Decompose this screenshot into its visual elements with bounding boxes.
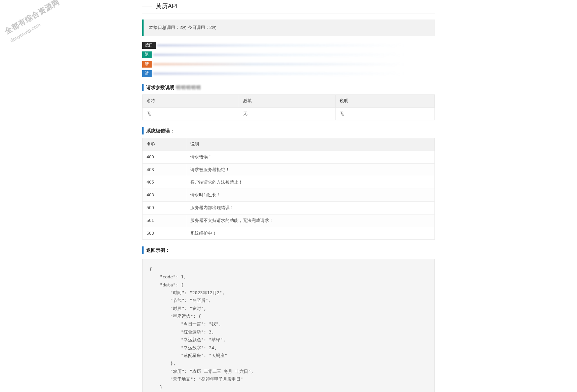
table-cell: 无 <box>335 107 434 120</box>
table-header-row: 名称 说明 <box>143 138 435 151</box>
info-bar-endpoint: 接口 <box>142 42 435 49</box>
table-cell: 无 <box>143 107 239 120</box>
table-cell: 请求被服务器拒绝！ <box>186 163 435 176</box>
page-container: 黄历API 本接口总调用：2次 今日调用：2次 接口 返 请 请 请求参数说明明… <box>142 0 435 392</box>
table-row: 408请求时间过长！ <box>143 189 435 202</box>
watermark: 全都有综合资源网 douyouvip.com <box>2 0 66 45</box>
params-heading-text: 请求参数说明 <box>146 85 175 90</box>
response-heading: 返回示例： <box>142 246 435 254</box>
table-cell: 501 <box>143 214 186 227</box>
blurred-content-icon <box>153 54 435 55</box>
info-bar-request: 请 <box>142 61 435 68</box>
blurred-text-icon: 明明明明明 <box>176 85 201 90</box>
info-tag: 返 <box>142 51 152 58</box>
th-required: 必填 <box>239 94 335 107</box>
info-tag: 请 <box>142 70 152 77</box>
table-row: 400请求错误！ <box>143 151 435 163</box>
table-cell: 服务器内部出现错误！ <box>186 201 435 214</box>
table-row: 403请求被服务器拒绝！ <box>143 163 435 176</box>
table-cell: 405 <box>143 176 186 189</box>
table-cell: 系统维护中！ <box>186 227 435 240</box>
response-example-code: { "code": 1, "data": { "时间": "2023年12月2"… <box>142 259 435 392</box>
watermark-line1: 全都有综合资源网 <box>3 0 61 36</box>
errors-heading: 系统级错误： <box>142 127 435 134</box>
th-name: 名称 <box>143 94 239 107</box>
table-cell: 503 <box>143 227 186 240</box>
params-table: 名称 必填 说明 无无无 <box>142 94 435 120</box>
errors-table: 名称 说明 400请求错误！403请求被服务器拒绝！405客户端请求的方法被禁止… <box>142 138 435 240</box>
table-cell: 服务器不支持请求的功能，无法完成请求！ <box>186 214 435 227</box>
info-tag: 请 <box>142 61 152 68</box>
title-dash-icon <box>142 6 152 6</box>
table-cell: 400 <box>143 151 186 163</box>
table-row: 405客户端请求的方法被禁止！ <box>143 176 435 189</box>
page-title: 黄历API <box>156 1 178 11</box>
table-cell: 客户端请求的方法被禁止！ <box>186 176 435 189</box>
call-stats-text: 本接口总调用：2次 今日调用：2次 <box>149 25 216 30</box>
table-cell: 无 <box>239 107 335 120</box>
info-bars-group: 接口 返 请 请 <box>142 42 435 77</box>
watermark-line2: douyouvip.com <box>9 7 66 45</box>
info-tag: 接口 <box>142 42 156 49</box>
table-cell: 请求错误！ <box>186 151 435 163</box>
blurred-content-icon <box>153 73 435 74</box>
th-desc: 说明 <box>335 94 434 107</box>
title-row: 黄历API <box>142 0 435 13</box>
table-header-row: 名称 必填 说明 <box>143 94 435 107</box>
th-name: 名称 <box>143 138 186 151</box>
info-bar-request2: 请 <box>142 70 435 77</box>
table-cell: 请求时间过长！ <box>186 189 435 202</box>
table-row: 501服务器不支持请求的功能，无法完成请求！ <box>143 214 435 227</box>
table-cell: 408 <box>143 189 186 202</box>
blurred-content-icon <box>153 64 435 65</box>
table-row: 无无无 <box>143 107 435 120</box>
table-row: 500服务器内部出现错误！ <box>143 201 435 214</box>
table-row: 503系统维护中！ <box>143 227 435 240</box>
th-desc: 说明 <box>186 138 435 151</box>
info-bar-return: 返 <box>142 51 435 58</box>
call-stats-bar: 本接口总调用：2次 今日调用：2次 <box>142 19 435 36</box>
table-cell: 403 <box>143 163 186 176</box>
params-heading: 请求参数说明明明明明明 <box>142 84 435 91</box>
blurred-content-icon <box>157 45 435 46</box>
table-cell: 500 <box>143 201 186 214</box>
